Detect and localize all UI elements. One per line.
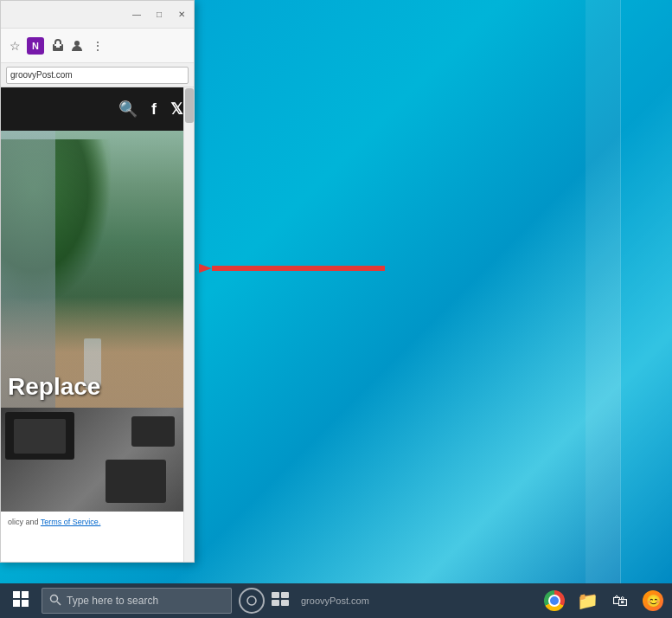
cortana-button[interactable] <box>239 588 265 614</box>
taskbar-system-tray: 📁 🛍 😊 <box>539 585 669 616</box>
twitter-icon[interactable]: 𝕏 <box>170 100 183 119</box>
desktop-right-panel <box>620 0 672 583</box>
start-button[interactable] <box>3 583 38 618</box>
search-icon[interactable]: 🔍 <box>118 100 138 119</box>
svg-rect-4 <box>22 591 29 598</box>
facebook-icon[interactable]: f <box>151 100 157 119</box>
user-avatar-taskbar[interactable]: 😊 <box>637 585 669 616</box>
laptop-decoration <box>106 460 166 503</box>
close-button[interactable]: ✕ <box>176 10 187 20</box>
chrome-taskbar-icon[interactable] <box>539 585 570 616</box>
svg-rect-11 <box>281 592 289 598</box>
hero-text-container: Replace <box>1 366 183 408</box>
task-view-button[interactable] <box>268 592 292 610</box>
taskbar-search-icon <box>49 594 61 608</box>
scrollbar[interactable] <box>183 87 194 562</box>
title-bar: — □ ✕ <box>1 1 194 29</box>
svg-point-7 <box>51 595 58 602</box>
svg-rect-6 <box>22 600 29 607</box>
browser-toolbar: ☆ N ⋮ <box>1 29 194 63</box>
store-taskbar-icon[interactable]: 🛍 <box>605 585 636 616</box>
url-text: groovyPost.com <box>10 70 73 80</box>
footer-prefix: olicy and <box>8 518 41 526</box>
svg-rect-10 <box>272 592 279 598</box>
avatar-icon: 😊 <box>643 590 663 611</box>
folder-icon: 📁 <box>577 590 598 611</box>
second-image <box>1 408 183 512</box>
avatar-emoji: 😊 <box>646 594 661 608</box>
site-header-bar: 🔍 f 𝕏 <box>1 87 194 131</box>
taskbar-search[interactable]: Type here to search <box>42 588 232 614</box>
svg-rect-5 <box>13 600 20 607</box>
svg-rect-12 <box>272 600 279 606</box>
account-icon[interactable] <box>68 37 86 55</box>
taskbar-search-text: Type here to search <box>67 595 158 607</box>
taskbar-domain-label: groovyPost.com <box>296 595 374 606</box>
scrollbar-thumb[interactable] <box>185 88 194 123</box>
menu-icon[interactable]: ⋮ <box>89 37 106 55</box>
svg-rect-13 <box>281 600 289 606</box>
hero-image: Replace <box>1 131 183 408</box>
browser-window: — □ ✕ ☆ N ⋮ groovyPost.com 🔍 <box>0 0 195 563</box>
terms-link[interactable]: Terms of Service. <box>41 518 101 526</box>
store-icon: 🛍 <box>612 592 628 610</box>
bookmark-icon[interactable]: ☆ <box>6 37 23 55</box>
address-bar[interactable]: groovyPost.com <box>6 67 189 84</box>
windows-logo-icon <box>13 591 29 611</box>
minimize-button[interactable]: — <box>131 10 142 20</box>
taskbar: Type here to search groovyPost.com 📁 🛍 <box>0 583 672 618</box>
footer-text: olicy and Terms of Service. <box>1 512 194 533</box>
maximize-button[interactable]: □ <box>154 10 164 20</box>
title-bar-buttons: — □ ✕ <box>131 10 187 20</box>
svg-line-8 <box>57 602 61 605</box>
svg-point-0 <box>74 41 80 46</box>
svg-rect-3 <box>13 591 20 598</box>
chrome-logo-icon <box>544 590 565 611</box>
address-bar-row: groovyPost.com <box>1 63 194 87</box>
file-explorer-taskbar-icon[interactable]: 📁 <box>572 585 603 616</box>
extensions-icon[interactable] <box>48 37 65 55</box>
onenote-extension-icon[interactable]: N <box>27 37 44 55</box>
browser-content: 🔍 f 𝕏 Replace olicy and Terms of Service… <box>1 87 194 562</box>
tablet-decoration <box>5 412 74 460</box>
svg-point-9 <box>247 596 256 605</box>
tablet-screen <box>14 419 66 454</box>
hero-heading: Replace <box>8 373 176 401</box>
